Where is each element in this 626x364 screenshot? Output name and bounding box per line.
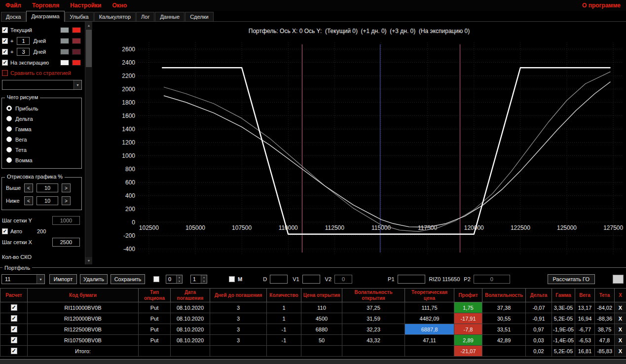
radio-option-Прибыль[interactable]: Прибыль [6,103,81,113]
calc-checkbox[interactable]: ✓ [11,326,17,332]
v2-input[interactable] [334,275,352,284]
delete-row-button[interactable]: X [615,302,626,313]
save-button[interactable]: Сохранить [110,274,145,284]
spin-up-icon[interactable]: ▲ [177,275,182,279]
delete-row-button[interactable]: X [615,335,626,346]
import-button[interactable]: Импорт [49,274,77,284]
series-checkbox[interactable]: ✓ [2,27,8,33]
toolbar-checkbox[interactable] [153,276,159,282]
portfolio-number-combobox[interactable]: 11 ▼ [1,274,45,284]
col-header-Дельта[interactable]: Дельта [526,289,552,302]
series-checkbox[interactable]: ✓ [2,49,8,55]
range-percent-input[interactable] [37,183,58,192]
grid-step-y-input[interactable] [52,216,80,225]
m-checkbox[interactable] [229,276,235,282]
col-header-Расчет[interactable]: Расчет [0,289,28,302]
p2-input[interactable] [474,275,510,284]
y-axis-tick-label: 2400 [122,59,135,66]
delete-row-button[interactable]: X [615,313,626,324]
scroll-up-icon[interactable]: ▲ [85,22,92,29]
strategy-compare-select[interactable]: ▼ [2,80,82,90]
col-header-Тета[interactable]: Тета [595,289,615,302]
horizontal-scrollbar[interactable] [0,359,626,364]
col-header-Тип-опциона[interactable]: Тип опциона [139,289,171,302]
sidebar-scrollbar[interactable]: ▲ ▼ [85,22,92,264]
series-checkbox[interactable]: ✓ [2,60,8,66]
compare-checkbox[interactable] [2,70,8,76]
delete-button[interactable]: Удалить [80,274,108,284]
calc-checkbox[interactable]: ✓ [11,304,17,311]
color-swatch-1[interactable] [60,49,69,55]
p1-input[interactable] [398,275,425,284]
col-header-Теоретическая-цена[interactable]: Теоретическая цена [405,289,454,302]
color-swatch-2[interactable] [72,49,81,55]
radio-option-Гамма[interactable]: Гамма [6,124,81,134]
grid-step-x-input[interactable] [52,238,80,247]
color-swatch-1[interactable] [60,27,69,33]
range-percent-input[interactable] [37,196,58,205]
color-swatch-2[interactable] [72,60,81,66]
color-swatch-2[interactable] [72,38,81,44]
col-header-Волатильность-открытия[interactable]: Волатильность открытия [342,289,405,302]
step-down-button[interactable]: < [24,196,33,205]
auto-checkbox[interactable]: ✓ [2,228,8,234]
totals-row: ✓Итого:-21,070,025,2E-0516,81-85,83X [0,346,626,357]
color-swatch-1[interactable] [60,38,69,44]
delete-row-button[interactable]: X [615,324,626,335]
tab-Диаграмма[interactable]: Диаграмма [26,11,64,22]
spin-up-icon[interactable]: ▲ [201,275,207,279]
color-swatch-1[interactable] [60,60,69,66]
cell-Количество: 1 [267,302,301,313]
menu-item-Торговля[interactable]: Торговля [27,2,65,9]
calc-checkbox[interactable]: ✓ [11,348,17,354]
col-header-Гамма[interactable]: Гамма [552,289,575,302]
calc-checkbox[interactable]: ✓ [11,337,17,343]
tab-Калькулятор[interactable]: Калькулятор [94,12,136,21]
col-header-Вега[interactable]: Вега [575,289,595,302]
color-swatch-2[interactable] [72,27,81,33]
col-header-Профит[interactable]: Профит [454,289,482,302]
menu-item-Окно[interactable]: Окно [107,2,132,9]
days-input[interactable] [17,48,30,56]
x-axis-tick-label: 112500 [325,224,344,231]
v1-input[interactable] [302,275,320,284]
tab-Доска[interactable]: Доска [1,12,26,21]
tab-Лог[interactable]: Лог [136,12,154,21]
radio-option-Дельта[interactable]: Дельта [6,113,81,124]
spin-a[interactable]: 0 ▲▼ [166,275,183,284]
menu-item-Настройки[interactable]: Настройки [65,2,107,9]
d-input[interactable] [270,275,288,284]
step-down-button[interactable]: < [24,183,33,192]
days-input[interactable] [17,37,30,45]
tab-Улыбка[interactable]: Улыбка [65,12,94,21]
radio-option-Вомма[interactable]: Вомма [6,155,81,165]
col-header-X[interactable]: X [615,289,626,302]
calc-checkbox[interactable]: ✓ [11,315,17,322]
col-header-Количество[interactable]: Количество [267,289,301,302]
col-header-Дней-до-погашения[interactable]: Дней до погашения [210,289,267,302]
series-checkbox[interactable]: ✓ [2,38,8,44]
menu-item-Файл[interactable]: Файл [0,2,27,9]
spin-down-icon[interactable]: ▼ [201,279,207,283]
y-axis-tick-label: 1800 [122,99,135,106]
col-header-Цена-открытия[interactable]: Цена открытия [301,289,342,302]
radio-option-Тета[interactable]: Тета [6,145,81,155]
delete-row-button[interactable]: X [615,346,626,357]
y-axis-tick-label: 2600 [122,46,135,53]
scrollbar-thumb[interactable] [86,30,92,67]
spin-b[interactable]: 1 ▲▼ [190,275,207,284]
radio-option-Вега[interactable]: Вега [6,134,81,145]
series-+1-дн [164,72,611,231]
calc-go-button[interactable]: Рассчитать ГО [548,274,595,284]
col-header-Код-бумаги[interactable]: Код бумаги [28,289,139,302]
tab-Данные[interactable]: Данные [155,12,184,21]
col-header-Дата-погашения[interactable]: Дата погашения [171,289,210,302]
step-up-button[interactable]: > [62,183,71,192]
menu-about[interactable]: О программе [577,2,626,9]
tab-Сделки[interactable]: Сделки [185,12,214,21]
scroll-down-icon[interactable]: ▼ [85,257,92,264]
step-up-button[interactable]: > [62,196,71,205]
spin-down-icon[interactable]: ▼ [177,279,182,283]
small-gray-button[interactable] [613,275,624,284]
col-header-Волатильность[interactable]: Волатильность [482,289,526,302]
